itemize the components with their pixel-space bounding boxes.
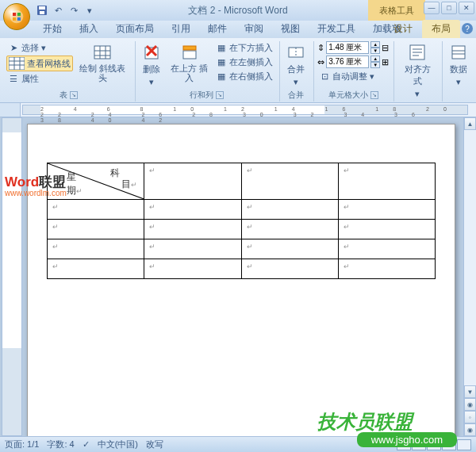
spin-down[interactable]: ▼ xyxy=(370,62,380,68)
insert-left-button[interactable]: ▦在左侧插入 xyxy=(214,56,274,69)
word-count[interactable]: 字数: 4 xyxy=(47,439,74,450)
undo-button[interactable]: ↶ xyxy=(51,3,65,17)
svg-rect-8 xyxy=(9,57,25,70)
autofit-icon: ⊡ xyxy=(319,71,330,82)
insert-right-button[interactable]: ▦在右侧插入 xyxy=(214,70,274,83)
help-button[interactable]: ? xyxy=(462,23,473,34)
table-cell[interactable]: ↵ xyxy=(338,239,435,259)
distribute-cols-icon[interactable]: ⊞ xyxy=(382,57,389,67)
tab-home[interactable]: 开始 xyxy=(35,20,70,38)
vertical-scrollbar[interactable]: ▲ ▼ ◉ ◦ ◉ xyxy=(463,117,476,436)
row-height-input[interactable] xyxy=(326,41,369,54)
table-cell[interactable]: ↵ xyxy=(144,163,241,200)
table-cell[interactable]: ↵ xyxy=(338,220,435,239)
table-cell[interactable]: ↵ xyxy=(144,200,241,220)
browse-object-button[interactable]: ◦ xyxy=(464,411,476,423)
word-table[interactable]: 科 目↵ 星期↵ ↵ ↵ ↵ ↵↵↵↵ ↵↵↵↵ ↵↵↵↵ ↵↵↵↵ xyxy=(47,163,436,279)
view-gridlines-button[interactable]: 查看网格线 xyxy=(6,56,73,71)
table-cell[interactable]: ↵ xyxy=(241,163,338,200)
dialog-launcher[interactable]: ↘ xyxy=(370,91,378,99)
table-icon xyxy=(93,43,112,62)
next-page-button[interactable]: ◉ xyxy=(464,423,476,436)
watermark2-url: www.jsgho.com xyxy=(357,432,457,447)
spellcheck-icon[interactable]: ✓ xyxy=(83,439,90,450)
scroll-track[interactable] xyxy=(464,130,476,385)
scroll-down-button[interactable]: ▼ xyxy=(464,385,476,398)
tab-references[interactable]: 引用 xyxy=(163,20,198,38)
tab-view[interactable]: 视图 xyxy=(273,20,308,38)
tab-insert[interactable]: 插入 xyxy=(71,20,106,38)
table-cell[interactable]: ↵ xyxy=(48,200,144,220)
tab-developer[interactable]: 开发工具 xyxy=(309,20,363,38)
table-cell[interactable]: ↵ xyxy=(338,200,435,220)
alignment-button[interactable]: 对齐方式▾ xyxy=(397,41,437,101)
spin-up[interactable]: ▲ xyxy=(370,41,380,48)
table-cell[interactable]: ↵ xyxy=(338,163,435,200)
vertical-ruler[interactable] xyxy=(2,117,22,436)
svg-rect-3 xyxy=(13,17,16,21)
office-button[interactable] xyxy=(3,3,30,30)
tab-review[interactable]: 审阅 xyxy=(236,20,271,38)
tab-mailings[interactable]: 邮件 xyxy=(200,20,235,38)
svg-point-0 xyxy=(10,10,24,24)
titlebar: ↶ ↷ ▾ 文档 2 - Microsoft Word 表格工具 — □ ✕ xyxy=(0,0,476,21)
tab-layout[interactable]: 布局 xyxy=(422,20,460,38)
page-status[interactable]: 页面: 1/1 xyxy=(5,439,39,450)
table-cell[interactable]: ↵ xyxy=(144,220,241,239)
spin-up[interactable]: ▲ xyxy=(370,56,380,62)
properties-button[interactable]: ☰属性 xyxy=(6,72,73,86)
dialog-launcher[interactable]: ↘ xyxy=(216,91,224,99)
distribute-rows-icon[interactable]: ⊟ xyxy=(382,43,389,53)
ruler-corner xyxy=(0,103,21,117)
horizontal-ruler[interactable]: 2 4 6 8 10 12 14 16 18 20 22 24 26 28 30… xyxy=(22,105,468,115)
svg-rect-1 xyxy=(13,13,16,16)
insert-right-icon: ▦ xyxy=(216,71,227,82)
document-page[interactable]: 科 目↵ 星期↵ ↵ ↵ ↵ ↵↵↵↵ ↵↵↵↵ ↵↵↵↵ ↵↵↵↵ xyxy=(27,124,455,436)
qat-customize[interactable]: ▾ xyxy=(83,3,97,17)
table-cell[interactable]: ↵ xyxy=(241,220,338,239)
close-button[interactable]: ✕ xyxy=(459,2,474,14)
watermark2-logo: 技术员联盟 xyxy=(317,409,413,435)
col-width-input[interactable] xyxy=(326,56,369,68)
watermark-url: www.wordlm.com xyxy=(5,189,67,197)
width-icon: ⇔ xyxy=(317,57,324,67)
table-cell[interactable]: ↵ xyxy=(241,200,338,220)
autofit-button[interactable]: ⊡自动调整▾ xyxy=(317,70,376,83)
svg-rect-13 xyxy=(94,46,110,59)
table-cell[interactable]: ↵ xyxy=(48,259,144,279)
insert-below-button[interactable]: ▦在下方插入 xyxy=(214,41,274,55)
quick-access-toolbar: ↶ ↷ ▾ xyxy=(35,3,97,17)
redo-button[interactable]: ↷ xyxy=(67,3,81,17)
insert-above-icon xyxy=(180,43,199,62)
data-button[interactable]: 数据▾ xyxy=(446,41,471,89)
minimize-button[interactable]: — xyxy=(424,2,440,14)
draft-view[interactable] xyxy=(457,439,471,450)
group-merge: 合并▾ 合并 xyxy=(280,41,314,102)
table-cell[interactable]: ↵ xyxy=(241,239,338,259)
data-icon xyxy=(449,43,468,62)
svg-rect-6 xyxy=(39,6,45,10)
draw-diagonal-button[interactable]: 绘制 斜线表头 xyxy=(75,41,130,84)
tab-design[interactable]: 设计 xyxy=(384,20,422,38)
merge-button[interactable]: 合并▾ xyxy=(283,41,309,89)
dialog-launcher[interactable]: ↘ xyxy=(70,91,78,99)
spin-down[interactable]: ▼ xyxy=(370,48,380,54)
merge-icon xyxy=(286,43,305,62)
cursor-icon: ➤ xyxy=(8,43,19,54)
table-cell[interactable]: ↵ xyxy=(48,239,144,259)
table-cell[interactable]: ↵ xyxy=(338,259,435,279)
language-status[interactable]: 中文(中国) xyxy=(98,439,138,450)
tab-pagelayout[interactable]: 页面布局 xyxy=(108,20,162,38)
delete-button[interactable]: 删除▾ xyxy=(139,41,164,89)
overtype-status[interactable]: 改写 xyxy=(146,439,163,450)
table-cell[interactable]: ↵ xyxy=(241,259,338,279)
prev-page-button[interactable]: ◉ xyxy=(464,398,476,411)
table-cell[interactable]: ↵ xyxy=(48,220,144,239)
insert-above-button[interactable]: 在上方 插入 xyxy=(166,41,213,84)
table-cell[interactable]: ↵ xyxy=(144,239,241,259)
maximize-button[interactable]: □ xyxy=(441,2,457,14)
save-button[interactable] xyxy=(35,3,49,17)
table-cell[interactable]: ↵ xyxy=(144,259,241,279)
select-button[interactable]: ➤选择▾ xyxy=(6,41,73,55)
contextual-tab-title: 表格工具 xyxy=(368,0,425,21)
